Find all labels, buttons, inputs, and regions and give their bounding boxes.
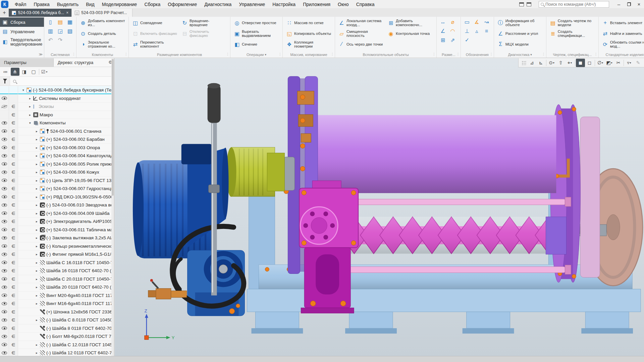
include-flag[interactable]: ∈: [9, 300, 18, 308]
expand-arrow-icon[interactable]: ▸: [35, 285, 39, 289]
include-flag[interactable]: ∈: [9, 316, 18, 324]
tree-item[interactable]: ∈ ▸ (+) РВД DKO-10L90/2SN-6-0500/DKO-10L: [0, 193, 114, 201]
window-layout-split-icon[interactable]: [527, 2, 531, 6]
expand-arrow-icon[interactable]: ▸: [35, 154, 39, 158]
menu-item[interactable]: Настройка: [269, 0, 299, 8]
visibility-toggle[interactable]: [0, 185, 9, 193]
ribbon-button[interactable]: ⊙ Создать деталь: [78, 28, 127, 39]
include-flag[interactable]: ∈: [9, 119, 18, 127]
tree-item[interactable]: ∈ ▸ (+) 524-03-006.007 Гидростанция: [0, 185, 114, 193]
selection-filter-icon[interactable]: ▢: [30, 68, 38, 76]
ribbon-button[interactable]: ⟳ Обновить ссылки на мод...: [600, 39, 644, 50]
model-drum[interactable]: [306, 115, 556, 193]
workspace-item[interactable]: ▤ Управление: [0, 27, 44, 36]
expand-arrow-icon[interactable]: ▸: [28, 105, 32, 108]
expand-arrow-icon[interactable]: ▸: [35, 212, 39, 215]
visibility-toggle[interactable]: [0, 324, 9, 333]
visibility-toggle[interactable]: [0, 259, 9, 267]
menu-item[interactable]: Правка: [30, 0, 53, 8]
tree-item[interactable]: ∈ ▸ (+) 524-03-006.003 Опора: [0, 144, 114, 152]
command-search[interactable]: [539, 1, 609, 8]
tree-item[interactable]: ∈ ▸ (-) Цепь 3ПР-19,05-96 ГОСТ 13568-97: [0, 177, 114, 185]
menu-item[interactable]: Диагностика: [201, 0, 235, 8]
visibility-toggle[interactable]: [0, 349, 9, 356]
include-flag[interactable]: ∈: [9, 111, 18, 119]
ribbon-button[interactable]: ◠: [448, 26, 457, 36]
include-flag[interactable]: ∈: [9, 292, 18, 300]
separator[interactable]: [546, 60, 546, 66]
visibility-toggle[interactable]: [0, 135, 9, 143]
ribbon-button[interactable]: ⊞ Добавить компоновочн...: [386, 17, 435, 28]
tree-item[interactable]: ∈ ▸ Макро: [0, 111, 114, 119]
ribbon-button[interactable]: ↔: [438, 17, 447, 26]
menu-item[interactable]: Файл: [11, 0, 30, 8]
menu-item[interactable]: Вид: [82, 0, 98, 8]
expand-arrow-icon[interactable]: ▸: [35, 195, 39, 199]
tree-item[interactable]: ▾ (-) 524-03-006 Лебедка буксирная (Тел-…: [0, 86, 114, 95]
ribbon-button[interactable]: ▤ Создать чертеж по модели: [548, 17, 597, 28]
tree-item[interactable]: ∈ ▸ (+) 524-03-006.006 Кожух: [0, 168, 114, 177]
tree-item[interactable]: ∈ ▸ (+) 524-03-006.004.009 Шайба: [0, 209, 114, 218]
tree-item[interactable]: ∈ ▸ Шайба 20 0118 ГОСТ 6402-70 (x9): [0, 283, 114, 292]
ribbon-button[interactable]: ▥: [46, 26, 55, 36]
tree-item[interactable]: ∈ ▸ 524-03-006.001 Станина: [0, 127, 114, 136]
include-flag[interactable]: ∈: [9, 135, 18, 143]
expand-arrow-icon[interactable]: ▸: [35, 236, 39, 240]
model-coupling[interactable]: [226, 147, 295, 197]
expand-arrow-icon[interactable]: ▸: [35, 220, 39, 223]
expand-arrow-icon[interactable]: ▸: [35, 343, 39, 347]
ribbon-button[interactable]: ◫ Совпадение: [130, 17, 179, 28]
menu-item[interactable]: Окно: [334, 0, 353, 8]
expand-arrow-icon[interactable]: ▸: [35, 129, 39, 133]
tree-item[interactable]: ∈ ▸ (-) 524-03-006.010 Звездочка ведущая: [0, 201, 114, 209]
include-flag[interactable]: ∈: [9, 168, 18, 176]
separator[interactable]: [575, 60, 575, 66]
include-flag[interactable]: ∈: [9, 209, 18, 218]
include-flag[interactable]: ∈: [9, 341, 18, 349]
chevron-down-icon[interactable]: ▾: [530, 53, 532, 56]
ribbon-button[interactable]: ▧: [65, 26, 74, 36]
ribbon-button[interactable]: Σ МЦХ модели: [496, 39, 544, 50]
include-flag[interactable]: ∈: [9, 226, 18, 234]
include-flag[interactable]: ∈: [9, 144, 18, 152]
tree-item[interactable]: ∈ ▸ Шайба 16 0118 ГОСТ 6402-70 (x12): [0, 267, 114, 275]
include-flag[interactable]: ∈: [9, 177, 18, 185]
include-flag[interactable]: ∈: [9, 349, 18, 356]
include-flag[interactable]: ∈: [9, 103, 18, 111]
ribbon-button[interactable]: ◱ Копировать объекты: [284, 28, 333, 39]
visibility-toggle[interactable]: [0, 103, 9, 111]
ribbon-button[interactable]: ⇗: [448, 36, 457, 45]
tree-item[interactable]: ∈ ▸ (-) Шайба 12 0118 ГОСТ 6402-70 (x12): [0, 349, 114, 356]
document-tab[interactable]: 524-03-006 Лебедка б... ×: [9, 9, 72, 17]
ribbon-button[interactable]: ◲: [56, 26, 65, 36]
hide-objects-icon[interactable]: ∅ ▾: [596, 59, 605, 67]
visibility-toggle[interactable]: [0, 144, 9, 152]
ribbon-button[interactable]: ⁄ Ось через две точки: [337, 39, 385, 50]
tree-item[interactable]: ∈ ▸ Шайба С 16.0118 ГОСТ 10450-78 (x12): [0, 259, 114, 267]
tree-item[interactable]: ∈ ▸ (+) 524-03-006.002 Барабан: [0, 135, 114, 144]
chevron-double-icon[interactable]: ≫: [39, 52, 43, 57]
chevron-down-icon[interactable]: ▾: [265, 53, 266, 56]
filter-icon[interactable]: ▿ ▾: [625, 59, 634, 67]
sketch-plane-icon[interactable]: ⊿: [527, 59, 536, 67]
tree-item[interactable]: ∈ ▸ (-) Фитинг прямой М16х1,5-G1/4 315 б…: [0, 250, 114, 259]
menu-item[interactable]: Управление: [235, 0, 269, 8]
ribbon-button[interactable]: ▵: [472, 26, 481, 36]
tree-item[interactable]: ∈ ▸ (-) Шайба С 12.0118 ГОСТ 10450-78 (x…: [0, 341, 114, 349]
visibility-toggle[interactable]: [0, 127, 9, 135]
visibility-toggle[interactable]: [0, 95, 9, 103]
model-worm-shaft[interactable]: [341, 217, 566, 254]
ribbon-button[interactable]: ▤: [56, 17, 65, 26]
ribbon-button[interactable]: ◑ Зеркальное отражение ко...: [78, 39, 127, 50]
command-search-input[interactable]: [545, 2, 607, 7]
include-flag[interactable]: ∈: [9, 193, 18, 201]
ribbon-button[interactable]: ◎ Отверстие простое: [232, 17, 281, 28]
visibility-toggle[interactable]: [0, 160, 9, 168]
visibility-toggle[interactable]: [0, 152, 9, 160]
ribbon-button[interactable]: ∠: [438, 26, 447, 36]
expand-arrow-icon[interactable]: ▾: [21, 88, 25, 92]
tree-numbered-icon[interactable]: ≔: [1, 68, 10, 76]
visibility-toggle[interactable]: [0, 111, 9, 119]
expand-arrow-icon[interactable]: ▸: [35, 277, 39, 281]
tree-item[interactable]: ∈ ▸ (-) Заклепка вытяжная 3,2x5 Al/St DI…: [0, 234, 114, 242]
